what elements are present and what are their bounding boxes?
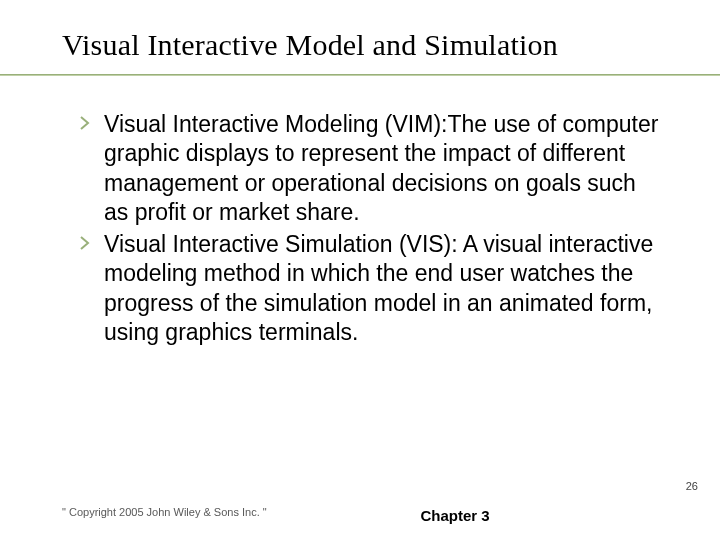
page-number: 26 <box>686 480 698 492</box>
chevron-right-icon <box>80 116 92 130</box>
chevron-right-icon <box>80 236 92 250</box>
footer-chapter: Chapter 3 <box>420 507 489 524</box>
bullet-text: Visual Interactive Modeling (VIM):The us… <box>104 111 658 225</box>
footer-chapter-wrap: Chapter 3 <box>0 507 720 524</box>
body-content: Visual Interactive Modeling (VIM):The us… <box>80 110 660 350</box>
bullet-item: Visual Interactive Simulation (VIS): A v… <box>80 230 660 348</box>
bullet-item: Visual Interactive Modeling (VIM):The us… <box>80 110 660 228</box>
bullet-text: Visual Interactive Simulation (VIS): A v… <box>104 231 653 345</box>
slide-title: Visual Interactive Model and Simulation <box>62 28 558 62</box>
title-underline <box>0 74 720 76</box>
slide: Visual Interactive Model and Simulation … <box>0 0 720 540</box>
